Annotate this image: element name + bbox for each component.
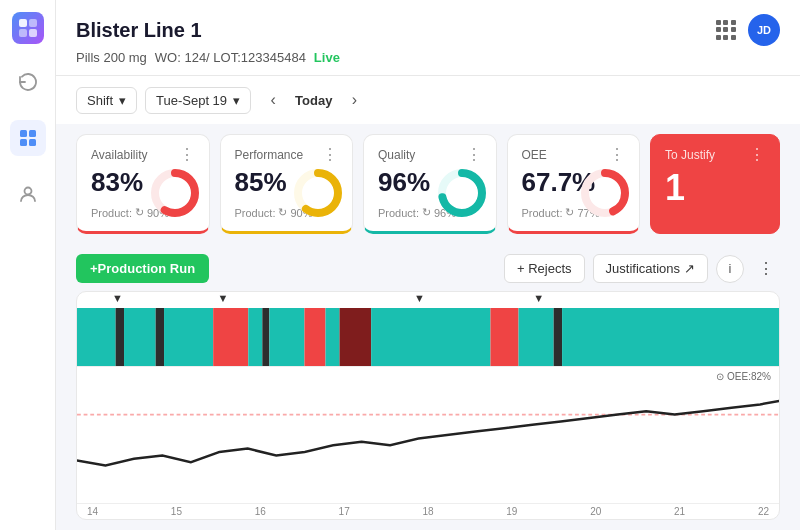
kpi-menu-quality[interactable]: ⋮ [466, 147, 482, 163]
shift-dropdown-icon: ▾ [119, 93, 126, 108]
timeline-bar [77, 308, 779, 366]
x-label-18: 18 [422, 506, 433, 517]
app-logo[interactable] [12, 12, 44, 44]
kpi-menu-to-justify[interactable]: ⋮ [749, 147, 765, 163]
kpi-chart-performance [292, 167, 344, 223]
svg-rect-2 [19, 29, 27, 37]
svg-rect-24 [262, 308, 269, 366]
rejects-button[interactable]: + Rejects [504, 254, 585, 283]
kpi-menu-performance[interactable]: ⋮ [322, 147, 338, 163]
subtitle-pills: Pills 200 mg [76, 50, 147, 65]
x-label-16: 16 [255, 506, 266, 517]
kpi-chart-availability [149, 167, 201, 223]
kpi-card-performance: Performance ⋮ 85% Product: ↻ 90% [220, 134, 354, 234]
svg-rect-0 [19, 19, 27, 27]
svg-rect-7 [29, 139, 36, 146]
svg-rect-5 [29, 130, 36, 137]
svg-rect-25 [269, 308, 304, 366]
more-options-button[interactable]: ⋮ [752, 255, 780, 283]
sidebar [0, 0, 56, 530]
info-icon-button[interactable]: i [716, 255, 744, 283]
svg-rect-17 [77, 308, 116, 366]
page-header: Blister Line 1 JD Pills 200 mg WO: 124/ … [56, 0, 800, 76]
svg-rect-32 [554, 308, 562, 366]
kpi-card-availability: Availability ⋮ 83% Product: ↻ 90% [76, 134, 210, 234]
kpi-label-availability: Availability [91, 148, 147, 162]
date-selector[interactable]: Tue-Sept 19 ▾ [145, 87, 251, 114]
kpi-label-performance: Performance [235, 148, 304, 162]
kpi-chart-oee [579, 167, 631, 223]
justifications-label: Justifications [606, 261, 680, 276]
x-label-19: 19 [506, 506, 517, 517]
bottom-toolbar: +Production Run + Rejects Justifications… [76, 254, 780, 283]
svg-rect-18 [116, 308, 124, 366]
svg-rect-31 [519, 308, 554, 366]
header-actions: JD [716, 14, 780, 46]
svg-rect-22 [213, 308, 248, 366]
right-buttons: + Rejects Justifications ↗ i ⋮ [504, 254, 780, 283]
date-dropdown-icon: ▾ [233, 93, 240, 108]
x-label-21: 21 [674, 506, 685, 517]
svg-rect-19 [124, 308, 156, 366]
kpi-label-quality: Quality [378, 148, 415, 162]
svg-rect-6 [20, 139, 27, 146]
marker-2: ▼ [217, 292, 228, 304]
x-label-17: 17 [339, 506, 350, 517]
svg-rect-1 [29, 19, 37, 27]
production-run-button[interactable]: +Production Run [76, 254, 209, 283]
prev-date-button[interactable]: ‹ [259, 86, 287, 114]
x-label-20: 20 [590, 506, 601, 517]
svg-point-8 [24, 188, 31, 195]
sidebar-item-refresh[interactable] [10, 64, 46, 100]
kpi-label-oee: OEE [522, 148, 547, 162]
grid-menu-icon[interactable] [716, 20, 736, 40]
shift-selector[interactable]: Shift ▾ [76, 87, 137, 114]
svg-rect-4 [20, 130, 27, 137]
svg-rect-20 [156, 308, 164, 366]
justifications-link-icon: ↗ [684, 261, 695, 276]
svg-rect-27 [326, 308, 340, 366]
main-content: Blister Line 1 JD Pills 200 mg WO: 124/ … [56, 0, 800, 530]
filter-toolbar: Shift ▾ Tue-Sept 19 ▾ ‹ Today › [56, 76, 800, 124]
timeline-container: ▼ ▼ ▼ ▼ [76, 291, 780, 520]
kpi-label-to-justify: To Justify [665, 148, 715, 162]
oee-chart-label: ⊙ OEE:82% [716, 371, 771, 382]
svg-rect-3 [29, 29, 37, 37]
svg-rect-33 [562, 308, 779, 366]
kpi-card-quality: Quality ⋮ 96% Product: ↻ 96% [363, 134, 497, 234]
x-label-14: 14 [87, 506, 98, 517]
sidebar-item-users[interactable] [10, 176, 46, 212]
x-label-15: 15 [171, 506, 182, 517]
x-axis: 14 15 16 17 18 19 20 21 22 [77, 503, 779, 519]
sidebar-item-dashboard[interactable] [10, 120, 46, 156]
svg-rect-30 [490, 308, 518, 366]
user-avatar[interactable]: JD [748, 14, 780, 46]
marker-4: ▼ [533, 292, 544, 304]
svg-rect-23 [248, 308, 262, 366]
today-button[interactable]: Today [295, 93, 332, 108]
marker-1: ▼ [112, 292, 123, 304]
kpi-card-oee: OEE ⋮ 67.7% Product: ↻ 77% [507, 134, 641, 234]
live-badge: Live [314, 50, 340, 65]
bottom-section: +Production Run + Rejects Justifications… [56, 244, 800, 530]
shift-label: Shift [87, 93, 113, 108]
svg-rect-26 [304, 308, 325, 366]
date-label: Tue-Sept 19 [156, 93, 227, 108]
svg-rect-21 [164, 308, 213, 366]
oee-line-chart: ⊙ OEE:82% [77, 366, 779, 503]
justifications-button[interactable]: Justifications ↗ [593, 254, 708, 283]
next-date-button[interactable]: › [340, 86, 368, 114]
kpi-menu-oee[interactable]: ⋮ [609, 147, 625, 163]
kpi-section: Availability ⋮ 83% Product: ↻ 90% Perfor… [56, 124, 800, 244]
svg-rect-28 [340, 308, 372, 366]
page-subtitle: Pills 200 mg WO: 124/ LOT:123345484 Live [76, 50, 780, 75]
kpi-card-to-justify: To Justify ⋮ 1 [650, 134, 780, 234]
kpi-chart-quality [436, 167, 488, 223]
x-label-22: 22 [758, 506, 769, 517]
kpi-menu-availability[interactable]: ⋮ [179, 147, 195, 163]
subtitle-wo: WO: 124/ LOT:123345484 [155, 50, 306, 65]
marker-3: ▼ [414, 292, 425, 304]
page-title: Blister Line 1 [76, 19, 202, 42]
kpi-value-to-justify: 1 [665, 167, 765, 209]
svg-rect-29 [371, 308, 490, 366]
